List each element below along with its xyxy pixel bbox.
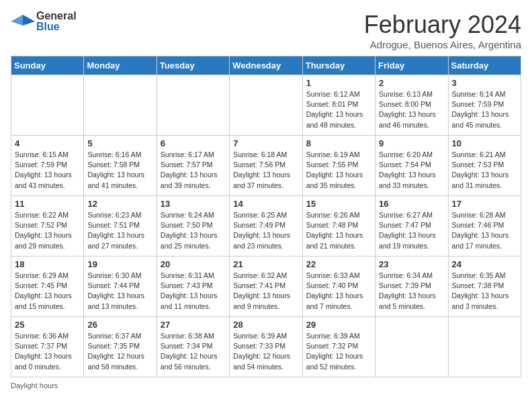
calendar-header-cell: Monday bbox=[84, 56, 157, 75]
calendar-day-cell: 13Sunrise: 6:24 AM Sunset: 7:50 PM Dayli… bbox=[157, 196, 229, 257]
day-number: 22 bbox=[306, 259, 371, 269]
calendar-day-cell: 17Sunrise: 6:28 AM Sunset: 7:46 PM Dayli… bbox=[448, 196, 521, 257]
calendar-table: SundayMondayTuesdayWednesdayThursdayFrid… bbox=[11, 56, 521, 377]
day-info: Sunrise: 6:21 AM Sunset: 7:53 PM Dayligh… bbox=[452, 150, 517, 191]
day-number: 6 bbox=[161, 138, 226, 148]
day-info: Sunrise: 6:24 AM Sunset: 7:50 PM Dayligh… bbox=[161, 210, 226, 251]
calendar-week-row: 1Sunrise: 6:12 AM Sunset: 8:01 PM Daylig… bbox=[11, 75, 521, 136]
day-number: 3 bbox=[452, 78, 517, 88]
day-number: 15 bbox=[306, 199, 371, 209]
calendar-day-cell: 23Sunrise: 6:34 AM Sunset: 7:39 PM Dayli… bbox=[375, 257, 448, 317]
calendar-day-cell: 1Sunrise: 6:12 AM Sunset: 8:01 PM Daylig… bbox=[302, 75, 375, 136]
logo-text: General Blue bbox=[36, 11, 77, 32]
calendar-day-cell bbox=[11, 75, 84, 136]
day-info: Sunrise: 6:34 AM Sunset: 7:39 PM Dayligh… bbox=[379, 271, 444, 312]
calendar-day-cell bbox=[448, 317, 521, 377]
day-info: Sunrise: 6:35 AM Sunset: 7:38 PM Dayligh… bbox=[452, 271, 517, 312]
day-number: 26 bbox=[87, 320, 152, 330]
day-number: 5 bbox=[87, 138, 152, 148]
calendar-day-cell: 24Sunrise: 6:35 AM Sunset: 7:38 PM Dayli… bbox=[448, 257, 521, 317]
day-info: Sunrise: 6:17 AM Sunset: 7:57 PM Dayligh… bbox=[161, 150, 226, 191]
day-number: 20 bbox=[161, 259, 226, 269]
logo-general: General bbox=[36, 11, 77, 21]
calendar-day-cell: 16Sunrise: 6:27 AM Sunset: 7:47 PM Dayli… bbox=[375, 196, 448, 257]
day-number: 28 bbox=[233, 320, 298, 330]
day-info: Sunrise: 6:15 AM Sunset: 7:59 PM Dayligh… bbox=[15, 150, 80, 191]
day-info: Sunrise: 6:31 AM Sunset: 7:43 PM Dayligh… bbox=[161, 271, 226, 312]
logo-bird-icon bbox=[11, 12, 35, 31]
calendar-header-cell: Tuesday bbox=[157, 56, 229, 75]
day-number: 18 bbox=[15, 259, 80, 269]
day-info: Sunrise: 6:36 AM Sunset: 7:37 PM Dayligh… bbox=[15, 331, 80, 372]
day-number: 12 bbox=[87, 199, 152, 209]
calendar-day-cell: 14Sunrise: 6:25 AM Sunset: 7:49 PM Dayli… bbox=[230, 196, 302, 257]
calendar-day-cell: 18Sunrise: 6:29 AM Sunset: 7:45 PM Dayli… bbox=[11, 257, 84, 317]
calendar-week-row: 25Sunrise: 6:36 AM Sunset: 7:37 PM Dayli… bbox=[11, 317, 521, 377]
day-info: Sunrise: 6:18 AM Sunset: 7:56 PM Dayligh… bbox=[233, 150, 298, 191]
title-block: February 2024 Adrogue, Buenos Aires, Arg… bbox=[364, 11, 521, 50]
calendar-day-cell: 12Sunrise: 6:23 AM Sunset: 7:51 PM Dayli… bbox=[84, 196, 157, 257]
day-number: 24 bbox=[452, 259, 517, 269]
calendar-week-row: 11Sunrise: 6:22 AM Sunset: 7:52 PM Dayli… bbox=[11, 196, 521, 257]
calendar-day-cell: 6Sunrise: 6:17 AM Sunset: 7:57 PM Daylig… bbox=[157, 136, 229, 196]
day-number: 4 bbox=[15, 138, 80, 148]
day-number: 29 bbox=[306, 320, 371, 330]
day-info: Sunrise: 6:14 AM Sunset: 7:59 PM Dayligh… bbox=[452, 89, 517, 130]
day-info: Sunrise: 6:19 AM Sunset: 7:55 PM Dayligh… bbox=[306, 150, 371, 191]
logo-blue: Blue bbox=[36, 21, 77, 32]
day-number: 21 bbox=[233, 259, 298, 269]
day-number: 1 bbox=[306, 78, 371, 88]
day-info: Sunrise: 6:22 AM Sunset: 7:52 PM Dayligh… bbox=[15, 210, 80, 251]
calendar-day-cell: 19Sunrise: 6:30 AM Sunset: 7:44 PM Dayli… bbox=[84, 257, 157, 317]
calendar-day-cell: 9Sunrise: 6:20 AM Sunset: 7:54 PM Daylig… bbox=[375, 136, 448, 196]
day-number: 8 bbox=[306, 138, 371, 148]
svg-marker-1 bbox=[11, 15, 23, 26]
day-info: Sunrise: 6:27 AM Sunset: 7:47 PM Dayligh… bbox=[379, 210, 444, 251]
svg-marker-0 bbox=[23, 15, 35, 26]
day-info: Sunrise: 6:38 AM Sunset: 7:34 PM Dayligh… bbox=[161, 331, 226, 372]
page-header: General Blue February 2024 Adrogue, Buen… bbox=[11, 11, 521, 50]
calendar-day-cell: 28Sunrise: 6:39 AM Sunset: 7:33 PM Dayli… bbox=[230, 317, 302, 377]
calendar-day-cell: 11Sunrise: 6:22 AM Sunset: 7:52 PM Dayli… bbox=[11, 196, 84, 257]
day-info: Sunrise: 6:20 AM Sunset: 7:54 PM Dayligh… bbox=[379, 150, 444, 191]
day-number: 17 bbox=[452, 199, 517, 209]
day-number: 10 bbox=[452, 138, 517, 148]
footer-note: Daylight hours bbox=[11, 381, 521, 390]
calendar-header-cell: Wednesday bbox=[230, 56, 302, 75]
day-info: Sunrise: 6:12 AM Sunset: 8:01 PM Dayligh… bbox=[306, 89, 371, 130]
calendar-day-cell: 21Sunrise: 6:32 AM Sunset: 7:41 PM Dayli… bbox=[230, 257, 302, 317]
day-info: Sunrise: 6:32 AM Sunset: 7:41 PM Dayligh… bbox=[233, 271, 298, 312]
day-info: Sunrise: 6:26 AM Sunset: 7:48 PM Dayligh… bbox=[306, 210, 371, 251]
calendar-day-cell: 20Sunrise: 6:31 AM Sunset: 7:43 PM Dayli… bbox=[157, 257, 229, 317]
calendar-day-cell bbox=[230, 75, 302, 136]
calendar-week-row: 4Sunrise: 6:15 AM Sunset: 7:59 PM Daylig… bbox=[11, 136, 521, 196]
month-title: February 2024 bbox=[364, 11, 521, 39]
calendar-header-row: SundayMondayTuesdayWednesdayThursdayFrid… bbox=[11, 56, 521, 75]
daylight-label: Daylight hours bbox=[11, 381, 58, 390]
calendar-day-cell: 15Sunrise: 6:26 AM Sunset: 7:48 PM Dayli… bbox=[302, 196, 375, 257]
calendar-day-cell: 8Sunrise: 6:19 AM Sunset: 7:55 PM Daylig… bbox=[302, 136, 375, 196]
calendar-day-cell: 25Sunrise: 6:36 AM Sunset: 7:37 PM Dayli… bbox=[11, 317, 84, 377]
day-number: 19 bbox=[87, 259, 152, 269]
day-info: Sunrise: 6:25 AM Sunset: 7:49 PM Dayligh… bbox=[233, 210, 298, 251]
logo: General Blue bbox=[11, 11, 77, 32]
day-info: Sunrise: 6:13 AM Sunset: 8:00 PM Dayligh… bbox=[379, 89, 444, 130]
day-info: Sunrise: 6:28 AM Sunset: 7:46 PM Dayligh… bbox=[452, 210, 517, 251]
calendar-week-row: 18Sunrise: 6:29 AM Sunset: 7:45 PM Dayli… bbox=[11, 257, 521, 317]
calendar-header-cell: Sunday bbox=[11, 56, 84, 75]
calendar-header-cell: Saturday bbox=[448, 56, 521, 75]
day-info: Sunrise: 6:33 AM Sunset: 7:40 PM Dayligh… bbox=[306, 271, 371, 312]
day-number: 13 bbox=[161, 199, 226, 209]
calendar-day-cell: 2Sunrise: 6:13 AM Sunset: 8:00 PM Daylig… bbox=[375, 75, 448, 136]
day-number: 27 bbox=[161, 320, 226, 330]
calendar-day-cell: 3Sunrise: 6:14 AM Sunset: 7:59 PM Daylig… bbox=[448, 75, 521, 136]
day-info: Sunrise: 6:30 AM Sunset: 7:44 PM Dayligh… bbox=[87, 271, 152, 312]
day-number: 11 bbox=[15, 199, 80, 209]
day-number: 25 bbox=[15, 320, 80, 330]
day-info: Sunrise: 6:37 AM Sunset: 7:35 PM Dayligh… bbox=[87, 331, 152, 372]
day-number: 14 bbox=[233, 199, 298, 209]
day-info: Sunrise: 6:39 AM Sunset: 7:32 PM Dayligh… bbox=[306, 331, 371, 372]
calendar-day-cell: 26Sunrise: 6:37 AM Sunset: 7:35 PM Dayli… bbox=[84, 317, 157, 377]
day-info: Sunrise: 6:23 AM Sunset: 7:51 PM Dayligh… bbox=[87, 210, 152, 251]
calendar-day-cell bbox=[157, 75, 229, 136]
